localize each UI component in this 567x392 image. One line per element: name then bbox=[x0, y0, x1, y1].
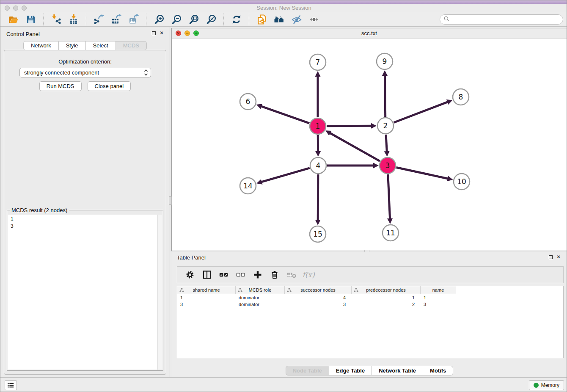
control-panel-title: Control Panel bbox=[6, 31, 40, 37]
export-table-icon[interactable] bbox=[110, 14, 122, 25]
first-neighbors-icon[interactable] bbox=[273, 14, 285, 25]
table-cell[interactable]: 1 bbox=[352, 294, 421, 301]
select-all-columns-icon[interactable] bbox=[219, 270, 229, 280]
application-window: Session: New Session Control Panel ✕ Net… bbox=[0, 0, 567, 392]
function-builder-icon: f(x) bbox=[303, 270, 314, 280]
tab-network-table[interactable]: Network Table bbox=[372, 366, 423, 375]
graph-edge-3-10[interactable] bbox=[396, 167, 449, 179]
hierarchy-icon bbox=[287, 288, 292, 293]
open-session-icon[interactable] bbox=[8, 14, 19, 25]
close-panel-button[interactable]: Close panel bbox=[88, 81, 131, 91]
search-icon bbox=[443, 16, 450, 24]
memory-status-dot bbox=[534, 383, 539, 388]
table-cell[interactable]: 1 bbox=[421, 294, 456, 301]
export-image-icon[interactable] bbox=[128, 14, 139, 25]
column-header-shared-name[interactable]: shared name bbox=[177, 286, 236, 294]
import-network-icon[interactable] bbox=[50, 14, 62, 25]
search-input[interactable] bbox=[450, 16, 563, 23]
column-layout-icon[interactable] bbox=[202, 270, 212, 280]
graph-edge-1-2[interactable] bbox=[327, 126, 372, 126]
graph-edge-arrowhead bbox=[315, 151, 321, 157]
deselect-all-columns-icon[interactable] bbox=[236, 270, 246, 280]
graph-node-label-6: 6 bbox=[246, 97, 250, 106]
tab-node-table[interactable]: Node Table bbox=[286, 366, 329, 375]
optimization-criterion-dropdown[interactable]: strongly connected component bbox=[19, 68, 151, 77]
close-panel-icon[interactable]: ✕ bbox=[160, 31, 164, 36]
node-table: shared nameMCDS rolesuccessor nodesprede… bbox=[177, 286, 564, 358]
graph-node-label-2: 2 bbox=[383, 121, 388, 130]
graph-edge-1-6[interactable] bbox=[261, 106, 309, 123]
search-field[interactable] bbox=[440, 14, 563, 25]
save-session-icon[interactable] bbox=[25, 14, 36, 25]
graph-edge-arrowhead bbox=[384, 151, 390, 157]
tab-edge-table[interactable]: Edge Table bbox=[329, 366, 372, 375]
table-cell[interactable]: 2 bbox=[352, 301, 421, 308]
tab-motifs[interactable]: Motifs bbox=[423, 366, 453, 375]
column-header-MCDS-role[interactable]: MCDS role bbox=[236, 286, 285, 294]
table-cell[interactable]: 3 bbox=[285, 301, 352, 308]
table-cell[interactable]: dominator bbox=[236, 294, 285, 301]
hierarchy-icon bbox=[354, 288, 358, 293]
float-table-panel-icon[interactable] bbox=[549, 255, 553, 259]
graph-edge-3-11[interactable] bbox=[388, 174, 390, 219]
network-canvas[interactable]: 7968124314101511 bbox=[172, 39, 567, 251]
import-table-icon[interactable] bbox=[68, 14, 79, 25]
apply-layout-icon[interactable] bbox=[231, 14, 242, 25]
tab-select[interactable]: Select bbox=[86, 41, 116, 50]
toolbar-separator bbox=[43, 14, 44, 25]
vertical-splitter-grip[interactable] bbox=[169, 196, 172, 205]
graph-edge-2-8[interactable] bbox=[394, 102, 448, 122]
column-header-successor-nodes[interactable]: successor nodes bbox=[285, 286, 352, 294]
main-toolbar bbox=[0, 12, 567, 27]
graph-node-label-3: 3 bbox=[385, 161, 390, 170]
graph-edge-3-1[interactable] bbox=[330, 133, 380, 161]
mcds-result-groupbox: MCDS result (2 nodes) 1 3 bbox=[7, 210, 163, 371]
table-cell[interactable]: 3 bbox=[177, 301, 236, 308]
table-cell[interactable]: 3 bbox=[421, 301, 456, 308]
clone-network-icon[interactable] bbox=[256, 14, 267, 25]
table-cell[interactable]: dominator bbox=[236, 301, 285, 308]
zoom-out-icon[interactable] bbox=[171, 14, 182, 25]
table-row[interactable]: 3dominator323 bbox=[177, 301, 563, 308]
float-panel-icon[interactable] bbox=[152, 31, 156, 35]
close-table-panel-icon[interactable]: ✕ bbox=[556, 255, 561, 259]
column-header-name[interactable]: name bbox=[421, 286, 456, 294]
graph-edge-4-14[interactable] bbox=[261, 168, 310, 182]
table-panel-title: Table Panel bbox=[177, 254, 206, 261]
zoom-in-icon[interactable] bbox=[153, 14, 165, 25]
dropdown-value: strongly connected component bbox=[24, 69, 99, 76]
graph-edge-2-9[interactable] bbox=[385, 75, 385, 117]
memory-button[interactable]: Memory bbox=[529, 380, 564, 390]
mcds-result-text[interactable]: 1 3 bbox=[8, 215, 162, 370]
table-settings-icon[interactable] bbox=[185, 270, 195, 280]
control-panel-tabs: NetworkStyleSelectMCDS bbox=[0, 41, 170, 50]
network-window-title: scc.txt bbox=[172, 30, 567, 36]
graph-edge-2-3[interactable] bbox=[386, 135, 387, 152]
mcds-result-title: MCDS result (2 nodes) bbox=[10, 207, 69, 213]
table-cell[interactable]: 4 bbox=[285, 294, 352, 301]
tab-network[interactable]: Network bbox=[23, 41, 59, 50]
delete-column-icon[interactable] bbox=[270, 270, 280, 280]
graph-node-label-9: 9 bbox=[383, 57, 387, 66]
graph-node-label-14: 14 bbox=[243, 182, 253, 190]
add-column-icon[interactable] bbox=[253, 270, 263, 280]
graph-node-label-7: 7 bbox=[316, 58, 320, 66]
hide-selected-icon[interactable] bbox=[291, 14, 302, 25]
table-cell[interactable]: 1 bbox=[177, 294, 236, 301]
result-scrollbar[interactable] bbox=[157, 215, 162, 370]
tab-style[interactable]: Style bbox=[59, 41, 86, 50]
graph-edge-4-15[interactable] bbox=[318, 174, 318, 221]
graph-edge-arrowhead bbox=[447, 176, 453, 181]
titlebar: Session: New Session bbox=[0, 4, 567, 12]
export-network-icon[interactable] bbox=[93, 14, 105, 25]
graph-edge-arrowhead bbox=[315, 220, 321, 225]
task-history-button[interactable] bbox=[5, 380, 17, 390]
run-mcds-button[interactable]: Run MCDS bbox=[39, 81, 82, 91]
toolbar-separator bbox=[146, 14, 146, 25]
zoom-fit-icon[interactable] bbox=[188, 14, 199, 25]
column-header-predecessor-nodes[interactable]: predecessor nodes bbox=[352, 286, 421, 294]
tab-mcds[interactable]: MCDS bbox=[116, 41, 147, 50]
zoom-selected-icon[interactable] bbox=[205, 14, 217, 25]
show-all-icon bbox=[308, 14, 319, 25]
table-row[interactable]: 1dominator411 bbox=[177, 294, 563, 301]
